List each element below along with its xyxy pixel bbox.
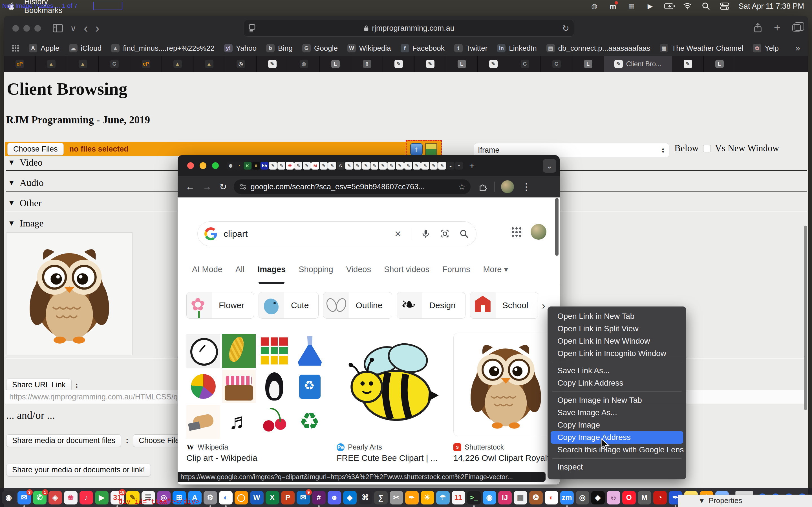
pinned-tab[interactable]: ✎ bbox=[328, 162, 336, 170]
browser-tab[interactable]: G bbox=[541, 56, 572, 72]
browser-tab[interactable]: ▲ bbox=[193, 56, 225, 72]
bee-result-image[interactable] bbox=[337, 334, 449, 436]
address-bar[interactable]: rjmprogramming.com.au ↻ bbox=[244, 20, 574, 37]
sidebar-chevron-icon[interactable]: ∨ bbox=[70, 23, 77, 33]
dock-icon[interactable]: ◉ bbox=[483, 491, 496, 504]
filter-chip[interactable]: Outline bbox=[323, 292, 392, 319]
bookmark-item[interactable]: b Bing bbox=[266, 44, 293, 53]
dock-icon[interactable]: ☺ bbox=[607, 491, 620, 504]
google-search-box[interactable]: clipart ✕ bbox=[197, 221, 476, 246]
browser-tab[interactable]: ✎ bbox=[672, 56, 704, 72]
context-menu-item[interactable]: Copy Image bbox=[551, 419, 683, 431]
zoom-button[interactable] bbox=[212, 162, 219, 169]
pinned-tab[interactable]: bb bbox=[260, 162, 268, 170]
context-menu-item[interactable]: Inspect bbox=[551, 461, 683, 473]
bookmark-item[interactable]: t Twitter bbox=[454, 44, 488, 53]
tab-search-chevron-button[interactable]: ⌄ bbox=[543, 159, 556, 173]
wikipedia-collage-image[interactable] bbox=[186, 334, 329, 439]
browser-tab[interactable]: ✎ bbox=[477, 56, 509, 72]
dock-icon[interactable]: ◉ bbox=[2, 491, 15, 504]
dock-icon[interactable]: ✒ bbox=[405, 491, 419, 504]
browser-tab[interactable]: ✎ bbox=[257, 56, 288, 72]
bookmark-item[interactable]: A Apple bbox=[29, 44, 59, 53]
section-video[interactable]: ▼Video bbox=[8, 157, 43, 168]
pinned-tab[interactable]: ✎ bbox=[404, 162, 412, 170]
result-tab[interactable]: AI Mode bbox=[192, 265, 222, 279]
section-other[interactable]: ▼Other bbox=[8, 198, 42, 209]
bookmark-item[interactable]: W Wikipedia bbox=[347, 44, 391, 53]
dock-icon[interactable]: ✉ 9 bbox=[297, 491, 310, 504]
tab-group-icon[interactable] bbox=[248, 24, 256, 33]
pinned-tab[interactable]: ✎ bbox=[277, 162, 285, 170]
dock-icon[interactable]: # bbox=[312, 491, 326, 504]
dock-icon[interactable]: zm bbox=[560, 491, 574, 504]
filter-chip[interactable]: Flower bbox=[186, 292, 254, 319]
back-button[interactable]: ‹ bbox=[84, 21, 88, 35]
tab-overview-icon[interactable] bbox=[792, 24, 801, 32]
context-menu-item[interactable]: Save Image As... bbox=[551, 406, 683, 419]
browser-tab[interactable]: ▲ bbox=[67, 56, 99, 72]
result-tab[interactable]: All bbox=[236, 265, 245, 279]
search-query[interactable]: clipart bbox=[223, 229, 248, 239]
pinned-tab[interactable]: M bbox=[311, 162, 319, 170]
close-button[interactable] bbox=[12, 25, 19, 32]
filter-chip[interactable]: School bbox=[470, 292, 538, 319]
dock-icon[interactable]: O bbox=[622, 491, 636, 504]
pinned-tab[interactable]: ✎ bbox=[430, 162, 438, 170]
filter-chip[interactable]: Design bbox=[397, 292, 465, 319]
dock-icon[interactable]: ❀ bbox=[64, 491, 78, 504]
pinned-tab[interactable]: ✎ bbox=[362, 162, 370, 170]
clear-icon[interactable]: ✕ bbox=[395, 229, 402, 239]
bookmark-item[interactable]: ▦ The Weather Channel bbox=[660, 44, 743, 53]
browser-tab[interactable]: L bbox=[320, 56, 351, 72]
pinned-tab[interactable]: ✎ bbox=[303, 162, 311, 170]
browser-tab[interactable]: cP bbox=[130, 56, 162, 72]
result-tab[interactable]: Images bbox=[257, 265, 286, 279]
pinned-tab[interactable]: S bbox=[337, 162, 345, 170]
dock-icon[interactable]: ◈ bbox=[49, 491, 62, 504]
dock-icon[interactable]: P bbox=[281, 491, 295, 504]
bookmark-item[interactable]: f Facebook bbox=[401, 44, 445, 53]
pinned-tab[interactable]: ✎ bbox=[370, 162, 378, 170]
browser-tab[interactable]: ◍ bbox=[288, 56, 320, 72]
forward-button[interactable]: → bbox=[202, 182, 211, 192]
pinned-tab[interactable]: ✎ bbox=[396, 162, 404, 170]
dock-icon[interactable]: W bbox=[250, 491, 264, 504]
google-lens-icon[interactable] bbox=[440, 229, 450, 238]
google-account-avatar[interactable] bbox=[530, 224, 546, 240]
dock-icon[interactable]: ⌘ bbox=[359, 491, 372, 504]
result-tab[interactable]: Videos bbox=[346, 265, 371, 279]
dock-icon[interactable]: ✂ bbox=[390, 491, 403, 504]
browser-tab[interactable]: 6 bbox=[351, 56, 383, 72]
context-menu-item[interactable]: Copy Image Address bbox=[551, 431, 683, 444]
reload-button[interactable]: ↻ bbox=[219, 181, 227, 192]
share-url-button[interactable]: Share URL Link bbox=[6, 379, 71, 391]
pinned-tab[interactable]: K bbox=[244, 162, 252, 170]
pinned-tab[interactable]: ✎ bbox=[388, 162, 395, 170]
dock-icon[interactable]: ❂ bbox=[529, 491, 543, 504]
browser-tab[interactable]: L bbox=[704, 56, 735, 72]
result-tab[interactable]: Short videos bbox=[384, 265, 429, 279]
control-center-icon[interactable] bbox=[720, 2, 729, 11]
choose-files-button[interactable]: Choose Files bbox=[7, 143, 64, 156]
share-submit-button[interactable]: Share your media or documents or link! bbox=[6, 464, 151, 476]
google-apps-grid-icon[interactable] bbox=[511, 227, 522, 237]
forward-button[interactable]: › bbox=[95, 21, 100, 35]
browser-tab[interactable]: L bbox=[446, 56, 477, 72]
dock-icon[interactable]: ☻ bbox=[327, 491, 341, 504]
dock-icon[interactable]: ☂ bbox=[436, 491, 450, 504]
content-scrollbar[interactable] bbox=[555, 198, 559, 256]
close-button[interactable] bbox=[187, 162, 194, 169]
zoom-button[interactable] bbox=[35, 25, 41, 32]
result-title[interactable]: 14,226 Owl Clipart Royalt bbox=[453, 453, 549, 463]
reload-icon[interactable]: ↻ bbox=[562, 23, 569, 33]
bookmarks-overflow-chevron[interactable]: » bbox=[795, 43, 800, 53]
dock-icon[interactable]: ◯ bbox=[235, 491, 248, 504]
pinned-tab[interactable]: ✎ bbox=[421, 162, 429, 170]
dock-icon[interactable]: ◐ bbox=[219, 491, 233, 504]
dock-icon[interactable]: ⚙ bbox=[204, 491, 217, 504]
context-menu-item[interactable]: Open Link in Incognito Window bbox=[551, 347, 683, 360]
result-title[interactable]: Clip art - Wikipedia bbox=[186, 453, 257, 463]
bookmark-item[interactable]: ☁ iCloud bbox=[69, 44, 102, 53]
m-app-icon[interactable]: m bbox=[608, 2, 617, 11]
